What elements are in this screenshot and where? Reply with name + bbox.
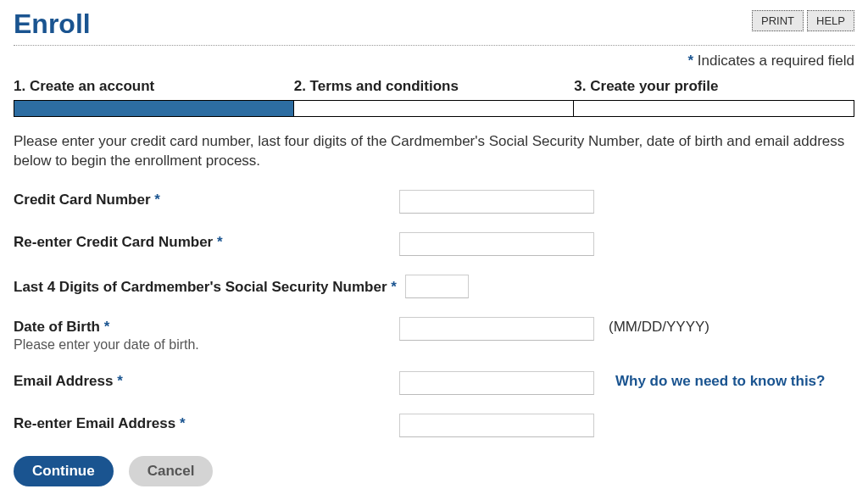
- asterisk-icon: *: [217, 234, 223, 250]
- cc2-label-text: Re-enter Credit Card Number: [14, 234, 217, 250]
- action-buttons: Continue Cancel: [14, 456, 854, 486]
- print-button[interactable]: PRINT: [752, 10, 804, 31]
- ssn-label: Last 4 Digits of Cardmember's Social Sec…: [14, 277, 397, 296]
- email-input[interactable]: [399, 371, 594, 395]
- cc2-input[interactable]: [399, 232, 594, 256]
- cancel-button[interactable]: Cancel: [129, 456, 214, 486]
- intro-text: Please enter your credit card number, la…: [14, 132, 854, 171]
- cc-label: Credit Card Number *: [14, 190, 399, 208]
- asterisk-icon: *: [117, 373, 123, 389]
- dob-label-text: Date of Birth: [14, 319, 104, 335]
- continue-button[interactable]: Continue: [14, 456, 114, 486]
- email2-input[interactable]: [399, 414, 594, 437]
- email2-label: Re-enter Email Address *: [14, 414, 399, 432]
- step-3-bar: [574, 100, 854, 117]
- asterisk-icon: *: [180, 415, 186, 431]
- ssn-input[interactable]: [405, 275, 469, 298]
- step-3-label: 3. Create your profile: [574, 78, 854, 100]
- cc-label-text: Credit Card Number: [14, 192, 154, 208]
- email-label: Email Address *: [14, 371, 399, 390]
- required-note-text: Indicates a required field: [698, 53, 854, 69]
- email2-label-text: Re-enter Email Address: [14, 415, 180, 431]
- dob-input[interactable]: [399, 317, 594, 341]
- email-label-text: Email Address: [14, 373, 117, 389]
- email-info-link[interactable]: Why do we need to know this?: [598, 371, 854, 390]
- step-1-bar: [14, 100, 294, 117]
- dob-label: Date of Birth * Please enter your date o…: [14, 317, 399, 353]
- help-button[interactable]: HELP: [807, 10, 854, 31]
- asterisk-icon: *: [687, 53, 697, 69]
- step-3: 3. Create your profile: [574, 78, 854, 117]
- step-2-bar: [294, 100, 575, 117]
- step-1: 1. Create an account: [14, 78, 294, 117]
- page-title: Enroll: [14, 8, 91, 40]
- ssn-label-text: Last 4 Digits of Cardmember's Social Sec…: [14, 279, 391, 295]
- cc-input[interactable]: [399, 190, 594, 214]
- top-button-group: PRINT HELP: [752, 10, 854, 31]
- dob-format-hint: (MM/DD/YYYY): [598, 317, 854, 336]
- asterisk-icon: *: [391, 279, 397, 295]
- required-field-note: * Indicates a required field: [14, 53, 854, 69]
- progress-steps: 1. Create an account 2. Terms and condit…: [14, 78, 854, 117]
- divider: [14, 45, 854, 46]
- step-2: 2. Terms and conditions: [294, 78, 575, 117]
- asterisk-icon: *: [104, 319, 110, 335]
- asterisk-icon: *: [154, 192, 160, 208]
- dob-sublabel: Please enter your date of birth.: [14, 337, 399, 353]
- cc2-label: Re-enter Credit Card Number *: [14, 232, 399, 251]
- step-2-label: 2. Terms and conditions: [294, 78, 575, 100]
- step-1-label: 1. Create an account: [14, 78, 294, 100]
